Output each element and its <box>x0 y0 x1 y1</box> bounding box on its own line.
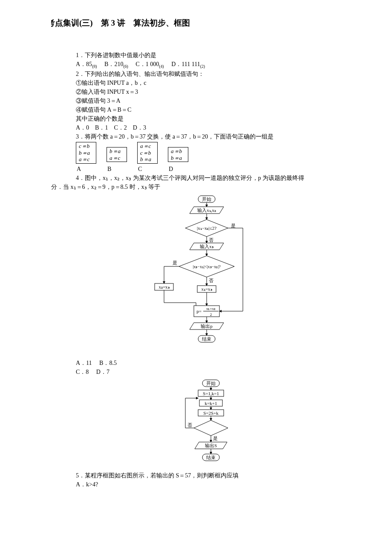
q3-lblA: A <box>76 165 96 173</box>
q4-d2-yes: 是 <box>173 260 177 265</box>
q4-asgn1: x₁=x₃ <box>201 286 212 292</box>
q4-D: D．7 <box>96 369 110 375</box>
q1-C: C．1 000 <box>135 61 159 67</box>
q4-end: 结束 <box>202 336 211 341</box>
q4-d1-no: 否 <box>209 237 213 243</box>
content: 1．下列各进制数中值最小的是 A．85(8) B．210(6) C．1 000(… <box>64 51 349 489</box>
q3-boxes: c＝b b＝a a＝c b＝a a＝c a＝c c＝b b＝a a＝b b＝a <box>76 142 349 164</box>
q4-d2: |x₃−x₁|<|x₃−x₂|? <box>193 264 221 269</box>
q2-l1: ①输出语句 INPUT a，b，c <box>76 78 349 87</box>
q1-B: B．210 <box>104 61 123 67</box>
q4-opts-2: C．8 D．7 <box>76 367 349 376</box>
q3-stem: 3．将两个数 a＝20，b＝37 交换，使 a＝37，b＝20，下面语句正确的一… <box>64 132 349 141</box>
q4-p-l: p= <box>196 309 202 314</box>
q4-p-num: x₁+x₂ <box>206 306 216 311</box>
q4-asgn2: x₂=x₃ <box>159 284 169 289</box>
q2-l2: ②输入语句 INPUT x＝3 <box>76 87 349 96</box>
q4-opts-1: A．11 B．8.5 <box>76 358 349 367</box>
q3-boxA: c＝b b＝a a＝c <box>76 142 96 164</box>
q1-A-sub: (8) <box>92 64 97 68</box>
q5-stem: 5．某程序框图如右图所示，若输出的 S＝57，则判断框内应填 <box>64 471 349 480</box>
q4-d2-no: 否 <box>209 278 213 283</box>
q4-d1: |x₁−x₂|≤2? <box>197 225 216 231</box>
svg-marker-36 <box>194 420 228 436</box>
q1-C-sub: (4) <box>159 64 164 68</box>
q3-boxD: a＝b b＝a <box>168 147 188 162</box>
q4-flowchart: 开始 输入x₁,x₂ |x₁−x₂|≤2? 是 否 输入x₃ |x₃−x₁|<|… <box>151 194 262 356</box>
q1-D-sub: (2) <box>200 64 205 68</box>
q5-inc: k=k+1 <box>205 401 217 406</box>
q4-d1-yes: 是 <box>231 223 236 228</box>
q2-ask: 其中正确的个数是 <box>76 114 349 123</box>
page-title: 考点集训(三) 第 3 讲 算法初步、框图 <box>51 17 349 29</box>
q4-p-den: 2 <box>210 312 212 317</box>
q4-C: C．8 <box>76 369 89 375</box>
q4-in3: 输入x₃ <box>200 244 213 249</box>
q4-stem-b: 分．当 x₁＝6，x₂＝9，p＝8.5 时，x₃ 等于 <box>51 182 349 191</box>
q4-stem-a: 4．图中，x₁，x₂，x₃ 为某次考试三个评阅人对同一道题的独立评分，p 为该题… <box>64 173 349 182</box>
q5-start: 开始 <box>206 381 216 386</box>
q3-boxC: a＝c c＝b b＝a <box>137 142 158 164</box>
q5-A: A．k>4? <box>76 480 349 489</box>
q5-upd: S=2S+k <box>203 410 219 416</box>
q1-D: D．111 111 <box>171 61 200 67</box>
q4-in12: 输入x₁,x₂ <box>197 208 216 213</box>
q3-lblC: C <box>137 165 158 173</box>
q5-flowchart: 开始 S=1,k=1 k=k+1 S=2S+k 否 是 输出S <box>173 379 241 468</box>
q4-start: 开始 <box>202 197 211 202</box>
q1-options: A．85(8) B．210(6) C．1 000(4) D．111 111(2) <box>76 60 349 69</box>
q3-lblB: B <box>107 165 127 173</box>
q2-opts: A．0 B．1 C．2 D．3 <box>76 123 349 132</box>
q1-B-sub: (6) <box>123 64 128 68</box>
q5-out: 输出S <box>205 443 217 448</box>
q5-init: S=1,k=1 <box>203 391 219 396</box>
q5-end: 结束 <box>206 455 216 460</box>
q2-l3: ③赋值语句 3＝A <box>76 96 349 105</box>
q2-l4: ④赋值语句 A＝B＝C <box>76 105 349 114</box>
q1-stem: 1．下列各进制数中值最小的是 <box>64 51 349 60</box>
q4-outp: 输出p <box>201 324 213 329</box>
q3-labels: A B C D <box>76 165 349 173</box>
q3-boxB: b＝a a＝c <box>107 147 127 162</box>
q1-A: A．85 <box>76 61 92 67</box>
q2-stem: 2．下列给出的输入语句、输出语句和赋值语句： <box>64 69 349 78</box>
q5-yes: 是 <box>213 436 218 441</box>
q4-A: A．11 <box>76 360 92 366</box>
q5-no: 否 <box>187 422 192 428</box>
q3-lblD: D <box>168 165 188 173</box>
q4-B: B．8.5 <box>99 360 117 366</box>
